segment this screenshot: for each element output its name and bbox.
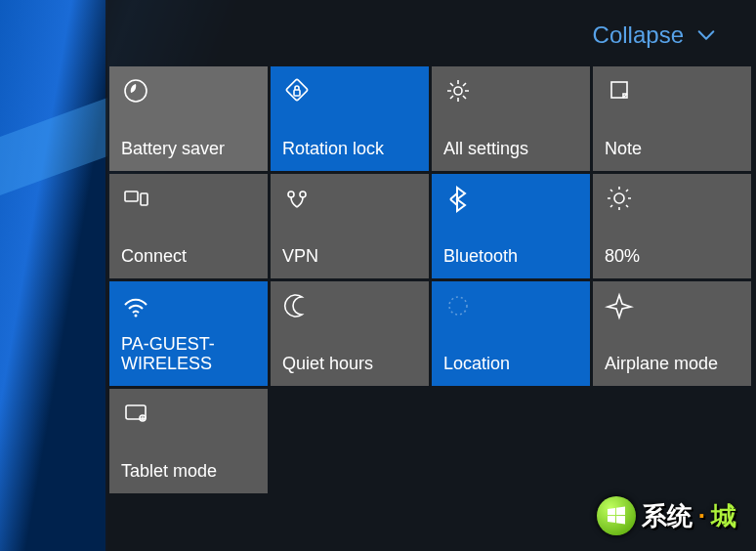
note-icon xyxy=(605,76,634,106)
tile-note[interactable]: Note xyxy=(593,66,751,171)
watermark-dot: · xyxy=(698,501,705,531)
tile-tablet-mode[interactable]: Tablet mode xyxy=(109,389,268,493)
tile-rotation-lock[interactable]: Rotation lock xyxy=(271,66,429,171)
tile-label: 80% xyxy=(605,246,741,269)
tile-brightness[interactable]: 80% xyxy=(593,174,751,278)
action-center-panel: Collapse Battery saverRotation lockAll s… xyxy=(105,0,756,551)
connect-icon xyxy=(121,184,150,213)
tile-label: Location xyxy=(443,354,580,376)
tile-all-settings[interactable]: All settings xyxy=(432,66,590,171)
desktop-background xyxy=(0,0,107,551)
windows-icon xyxy=(605,504,628,528)
tile-label: Airplane mode xyxy=(605,354,741,376)
tile-label: Connect xyxy=(121,246,258,269)
tile-label: Rotation lock xyxy=(282,139,419,161)
location-icon xyxy=(443,291,473,320)
tile-connect[interactable]: Connect xyxy=(109,174,268,278)
collapse-button[interactable]: Collapse xyxy=(593,21,717,49)
tile-quiet-hours[interactable]: Quiet hours xyxy=(271,281,429,386)
moon-icon xyxy=(282,291,312,320)
tile-battery-saver[interactable]: Battery saver xyxy=(109,66,268,171)
tile-label: PA-GUEST-WIRELESS xyxy=(121,334,258,376)
tile-vpn[interactable]: VPN xyxy=(271,174,429,278)
watermark-text-2: 城 xyxy=(711,499,736,533)
collapse-label: Collapse xyxy=(593,21,684,49)
vpn-icon xyxy=(282,184,312,213)
watermark: 系统 · 城 xyxy=(597,496,736,535)
tile-wifi[interactable]: PA-GUEST-WIRELESS xyxy=(109,281,268,386)
bluetooth-icon xyxy=(443,184,473,213)
tile-label: Quiet hours xyxy=(282,354,419,376)
tile-label: Note xyxy=(605,139,741,161)
tile-location[interactable]: Location xyxy=(432,281,590,386)
tile-label: Bluetooth xyxy=(443,246,580,269)
watermark-badge xyxy=(597,496,636,535)
tile-bluetooth[interactable]: Bluetooth xyxy=(432,174,590,278)
airplane-icon xyxy=(605,291,634,320)
tile-label: VPN xyxy=(282,246,419,269)
gear-icon xyxy=(443,76,473,106)
tile-label: Battery saver xyxy=(121,139,258,161)
wifi-icon xyxy=(121,291,150,320)
tile-airplane-mode[interactable]: Airplane mode xyxy=(593,281,751,386)
tile-label: All settings xyxy=(443,139,580,161)
leaf-icon xyxy=(121,76,150,106)
quick-action-grid: Battery saverRotation lockAll settingsNo… xyxy=(109,66,736,493)
tile-label: Tablet mode xyxy=(121,461,258,484)
watermark-text-1: 系统 xyxy=(642,499,693,533)
action-center-header: Collapse xyxy=(109,21,736,66)
chevron-down-icon xyxy=(695,24,717,46)
brightness-icon xyxy=(605,184,634,213)
rotation-lock-icon xyxy=(282,76,312,106)
tablet-icon xyxy=(121,399,150,428)
